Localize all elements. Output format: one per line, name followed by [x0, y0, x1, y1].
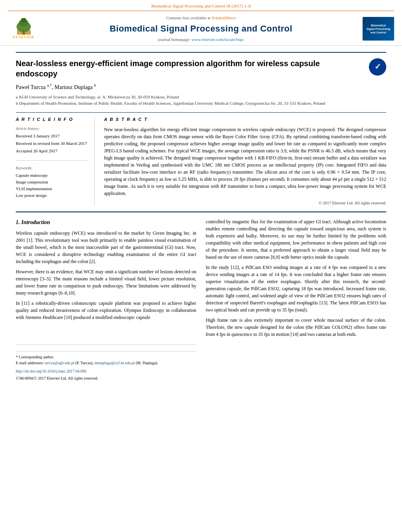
- keyword-3: VLSI implementation: [16, 186, 89, 193]
- corresponding-author-note: * Corresponding author. E-mail addresses…: [16, 351, 196, 366]
- abstract-section: A B S T R A C T New near-lossless algori…: [104, 117, 386, 206]
- affiliations: a AGH University of Science and Technolo…: [16, 94, 386, 107]
- corresponding-author-label: * Corresponding author.: [16, 354, 196, 360]
- keyword-1: Capsule endoscopy: [16, 172, 89, 179]
- journal-homepage-link[interactable]: www.elsevier.com/locate/bspc: [192, 37, 244, 42]
- journal-citation: Biomedical Signal Processing and Control…: [151, 4, 251, 8]
- email1-link[interactable]: turcza@agh.edu.pl: [45, 361, 74, 365]
- journal-header: Biomedical Signal Processing and Control…: [0, 0, 402, 46]
- received-date: Received 3 January 2017: [16, 133, 89, 139]
- intro-para-1: Wireless capsule endoscopy (WCE) was int…: [16, 230, 196, 265]
- footnote-area: * Corresponding author. E-mail addresses…: [16, 345, 196, 381]
- text-column-right: controlled by magnetic flux for the exam…: [206, 218, 386, 381]
- keyword-2: Image compression: [16, 179, 89, 186]
- text-column-left: 1. Introduction Wireless capsule endosco…: [16, 218, 196, 381]
- author-pawel-sup: a,*: [47, 83, 52, 87]
- email2-name: (M. Duplaga).: [136, 361, 158, 365]
- crossmark-icon: ✓: [374, 61, 381, 72]
- issn-line: 1746-8094/© 2017 Elsevier Ltd. All right…: [16, 375, 196, 381]
- history-label: Article history:: [16, 126, 89, 132]
- elsevier-text: ELSEVIER: [13, 35, 34, 40]
- elsevier-logo: ELSEVIER: [8, 17, 39, 41]
- affiliation-a: a AGH University of Science and Technolo…: [16, 94, 386, 100]
- doi-section: http://dx.doi.org/10.1016/j.bspc.2017.04…: [16, 368, 196, 374]
- article-info-abstract: A R T I C L E I N F O Article history: R…: [16, 112, 386, 206]
- article-history: Article history: Received 3 January 2017…: [16, 126, 89, 161]
- col2-para-2: In the study [12], a PillCam ESO sending…: [206, 264, 386, 313]
- author-mariusz-sup: b: [94, 83, 96, 87]
- journal-logo-right: BiomedicalSignal Processingand Control: [363, 17, 394, 41]
- doi-link[interactable]: http://dx.doi.org/10.1016/j.bspc.2017.04…: [16, 369, 86, 373]
- email1-name: (P. Turcza),: [75, 361, 93, 365]
- author-pawel: Paweł Turcza: [16, 84, 46, 90]
- crossmark-logo: ✓: [369, 58, 386, 76]
- affiliation-b: b Department of Health Promotion, Instit…: [16, 100, 386, 107]
- email-line: E-mail addresses: turcza@agh.edu.pl (P. …: [16, 360, 196, 366]
- article-text-section: 1. Introduction Wireless capsule endosco…: [16, 212, 386, 381]
- article-title: Near-lossless energy-efficient image com…: [16, 58, 369, 79]
- intro-para-3: In [11] a robotically-driven colonoscopi…: [16, 300, 196, 321]
- keywords-label: Keywords:: [16, 165, 89, 171]
- author-mariusz: Mariusz Duplaga: [54, 84, 93, 90]
- article-info-heading: A R T I C L E I N F O: [16, 117, 89, 123]
- article-body: Near-lossless energy-efficient image com…: [0, 46, 402, 389]
- keywords-section: Keywords: Capsule endoscopy Image compre…: [16, 165, 89, 199]
- journal-banner: ELSEVIER Contents lists available at Sci…: [8, 13, 394, 45]
- article-columns: 1. Introduction Wireless capsule endosco…: [16, 218, 386, 381]
- journal-title-center: Contents lists available at ScienceDirec…: [39, 15, 363, 43]
- email2-link[interactable]: mmuplaga@cyf-kr.edu.pl: [94, 361, 135, 365]
- keyword-4: Low power design: [16, 193, 89, 199]
- journal-logo-right-text: BiomedicalSignal Processingand Control: [367, 24, 391, 34]
- svg-rect-4: [22, 30, 25, 35]
- journal-title: Biomedical Signal Processing and Control: [39, 22, 363, 35]
- journal-top-bar: Biomedical Signal Processing and Control…: [8, 3, 394, 11]
- col2-para-1: controlled by magnetic flux for the exam…: [206, 218, 386, 261]
- contents-line: Contents lists available at ScienceDirec…: [39, 15, 363, 21]
- article-title-section: Near-lossless energy-efficient image com…: [16, 52, 386, 79]
- copyright-line: © 2017 Elsevier Ltd. All rights reserved…: [104, 200, 386, 206]
- elsevier-tree-icon: [13, 18, 35, 35]
- accepted-date: Accepted 26 April 2017: [16, 148, 89, 154]
- abstract-heading: A B S T R A C T: [104, 117, 386, 123]
- journal-homepage: journal homepage: www.elsevier.com/locat…: [39, 37, 363, 43]
- received-revised-date: Received in revised form 30 March 2017: [16, 141, 89, 147]
- intro-para-2: However, there is an evidence, that WCE …: [16, 268, 196, 297]
- article-info-section: A R T I C L E I N F O Article history: R…: [16, 117, 95, 206]
- introduction-heading: 1. Introduction: [16, 218, 196, 226]
- authors-line: Paweł Turcza a,*, Mariusz Duplaga b: [16, 83, 386, 91]
- col2-para-3: High frame rate is also extremely import…: [206, 317, 386, 338]
- sciencedirect-link[interactable]: ScienceDirect: [212, 15, 236, 20]
- abstract-text: New near-lossless algorithm for energy e…: [104, 126, 386, 197]
